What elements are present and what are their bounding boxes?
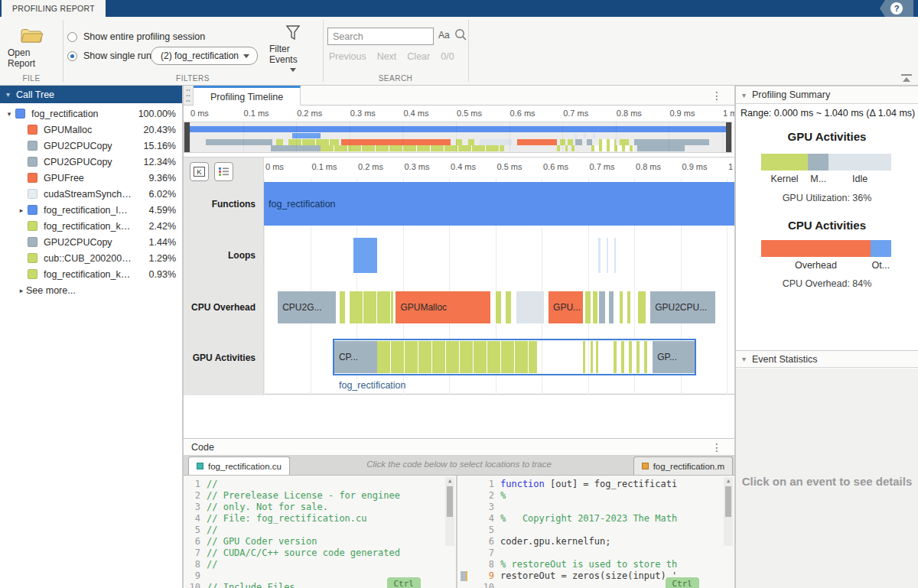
tree-item[interactable]: ▸fog_rectification_loo...4.59% [0,202,182,218]
call-tree-header[interactable]: ▾ Call Tree [0,86,182,103]
tree-item[interactable]: GPU2CPUCopy15.16% [0,138,182,154]
tree-item[interactable]: fog_rectification_ker...0.93% [0,266,182,282]
timeline-event[interactable] [321,145,504,151]
tree-item[interactable]: CPU2GPUCopy12.34% [0,154,182,170]
scrollbar-thumb[interactable] [447,486,453,517]
timeline-event[interactable] [276,139,283,145]
event-statistics-header[interactable]: ▾ Event Statistics [736,350,918,368]
tree-item[interactable]: cudaStreamSynchroni...6.02% [0,186,182,202]
previous-button[interactable]: Previous [329,51,366,62]
timeline-event[interactable] [565,145,568,151]
timeline-event[interactable] [599,139,616,145]
code-line[interactable]: 8% restoreOut is used to store th [468,559,734,570]
code-line[interactable]: 1function [out] = fog_rectificati [468,479,734,490]
timeline-event[interactable] [506,291,511,323]
cu-scrollbar[interactable]: ▲ [445,477,454,546]
m-code-pane[interactable]: 1function [out] = fog_rectificati2%34% C… [459,476,734,588]
radio-show-entire-session[interactable]: Show entire profiling session [67,30,205,44]
radio-show-single-run[interactable]: Show single run [67,49,151,63]
timeline-event[interactable]: GPU... [549,291,583,323]
timeline-event[interactable]: CPU2G... [278,291,336,323]
timeline-event[interactable] [206,139,272,145]
timeline-event[interactable] [585,291,590,323]
timeline-event[interactable] [587,139,593,145]
timeline-event[interactable] [353,238,377,273]
open-report-button[interactable]: Open Report [8,26,55,70]
timeline-event[interactable] [350,291,393,323]
code-line[interactable]: 6// GPU Coder version [184,536,456,547]
run-dropdown[interactable]: (2) fog_rectification [151,47,258,65]
code-line[interactable]: 5// [184,525,456,536]
code-line[interactable]: 4% Copyright 2017-2023 The Math [468,513,734,525]
timeline-event[interactable] [575,139,582,145]
match-case-button[interactable]: Aa [438,30,450,41]
timeline-event[interactable] [593,133,595,138]
cpu-activities-bar[interactable] [761,240,891,257]
timeline-event[interactable] [575,133,577,138]
timeline-event[interactable] [598,238,600,273]
drag-grip-icon[interactable] [184,86,194,105]
timeline-event[interactable] [637,145,685,151]
timeline-event[interactable] [480,139,512,145]
code-line[interactable]: 2// Prerelease License - for enginee [184,490,456,502]
timeline-event[interactable] [340,291,346,323]
timeline-event[interactable] [620,291,634,323]
code-line[interactable]: 6coder.gpu.kernelfun; [468,536,734,547]
timeline-event[interactable] [607,238,608,273]
next-button[interactable]: Next [377,51,397,62]
timeline-event[interactable] [190,126,726,132]
scrollbar-thumb[interactable] [725,486,731,517]
code-line[interactable]: 7 [468,547,734,559]
tree-item[interactable]: GPU2CPUCopy1.44% [0,234,182,250]
timeline-event[interactable] [620,139,629,145]
expand-arrow-icon[interactable]: ▸ [17,287,26,294]
timeline-event[interactable] [557,145,559,151]
timeline-event[interactable] [614,238,616,273]
timeline-event[interactable] [468,139,474,145]
timeline-event[interactable] [599,291,605,323]
timeline-event[interactable] [341,139,451,145]
scroll-up-icon[interactable]: ▲ [724,477,733,485]
timeline-event[interactable] [593,291,597,323]
timeline-event[interactable] [634,139,708,145]
legend-button[interactable] [214,162,233,181]
timeline-event[interactable] [584,133,586,138]
code-line[interactable]: 2% [468,490,734,502]
timeline-event[interactable] [516,291,544,323]
gpu-activities-bar[interactable] [761,154,891,171]
expand-arrow-icon[interactable]: ▸ [17,206,26,214]
filter-events-button[interactable]: Filter Events [269,24,317,73]
timeline-event[interactable]: fog_rectification [264,182,734,226]
collapse-arrow-icon[interactable]: ▾ [5,110,14,118]
tab-profiling-timeline[interactable]: Profiling Timeline [194,86,301,106]
clear-button[interactable]: Clear [407,51,430,62]
timeline-event[interactable] [571,145,574,151]
timeline-event[interactable] [568,139,573,145]
timeline-event[interactable] [496,291,501,323]
timeline-event[interactable]: GPU2CPU... [650,291,715,323]
timeline-event[interactable] [609,291,614,323]
code-line[interactable]: 3 [468,502,734,513]
tree-item[interactable]: cub::CUB_200200_75...1.29% [0,250,182,266]
timeline-event[interactable] [271,145,321,151]
code-line[interactable]: 3// only. Not for sale. [184,502,456,513]
profiling-summary-header[interactable]: ▾ Profiling Summary [736,86,918,104]
timeline-event[interactable]: GPUMalloc [396,291,490,323]
code-line[interactable]: 4// File: fog_rectification.cu [184,513,456,525]
code-line[interactable]: 1// [184,479,456,490]
tree-item[interactable]: GPUFree9.36% [0,170,182,186]
code-menu-button[interactable]: ⋮ [711,440,722,454]
timeline-event[interactable] [638,291,646,323]
tree-item[interactable]: GPUMalloc20.43% [0,122,182,138]
tab-m-file[interactable]: fog_rectification.m [633,456,733,475]
search-icon[interactable] [454,28,467,41]
tree-item[interactable]: ▸See more... [0,282,182,298]
m-scrollbar[interactable]: ▲ [724,477,733,546]
overview-strip[interactable] [184,122,732,153]
code-line[interactable]: 8// [184,559,456,570]
timeline-menu-button[interactable]: ⋮ [711,89,722,102]
overview-left-handle[interactable] [184,122,190,153]
tree-item[interactable]: fog_rectification_kern...2.42% [0,218,182,234]
scroll-up-icon[interactable]: ▲ [445,477,454,485]
tab-profiling-report[interactable]: PROFILING REPORT [2,0,106,17]
